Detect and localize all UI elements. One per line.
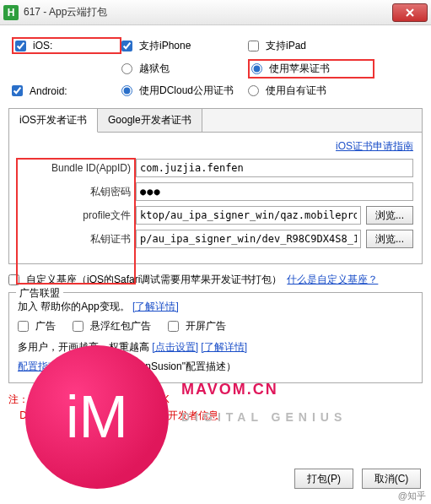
cert-browse-button[interactable]: 浏览... xyxy=(366,230,413,248)
ad-line3b: （在指南中找到 conSusion"配置描述） xyxy=(61,360,236,372)
ios-checkbox[interactable]: iOS: xyxy=(15,40,52,51)
ipad-checkbox[interactable]: 支持iPad xyxy=(248,37,374,54)
pack-button[interactable]: 打包(P) xyxy=(294,469,353,489)
cert-guide-link[interactable]: iOS证书申请指南 xyxy=(336,140,413,152)
ad-title: 广告联盟 xyxy=(16,286,63,301)
ad-config-guide-link[interactable]: 配置指南 xyxy=(18,360,58,372)
app-icon: H xyxy=(3,5,19,20)
ad-chk-2[interactable]: 悬浮红包广告 xyxy=(73,319,151,333)
zhihu-watermark: @知乎 xyxy=(398,490,426,502)
profile-browse-button[interactable]: 浏览... xyxy=(366,206,413,225)
note-line1: 需要配置Xcode和Android SDK xyxy=(31,393,169,405)
tab-ios-cert[interactable]: iOS开发者证书 xyxy=(9,109,98,133)
tab-google-cert[interactable]: Google开发者证书 xyxy=(98,109,202,132)
ad-line1-prefix: 加入 xyxy=(18,301,38,312)
cancel-button[interactable]: 取消(C) xyxy=(362,469,421,489)
pwd-input[interactable] xyxy=(136,182,413,201)
ad-line1-suffix: 帮助你的App变现。 xyxy=(40,301,129,312)
ad-line2: 多用户，开画越高，权重越高 xyxy=(18,341,149,353)
android-checkbox[interactable]: Android: xyxy=(12,84,121,98)
ad-chk-1[interactable]: 广告 xyxy=(18,319,56,333)
note-line2a: DCloud xyxy=(19,409,53,421)
bundle-input[interactable] xyxy=(136,159,413,177)
cert-input[interactable] xyxy=(136,230,361,248)
ad-learn-link[interactable]: [了解详情] xyxy=(132,301,179,312)
profile-label: profile文件 xyxy=(18,209,136,223)
own-cert-radio[interactable]: 使用自有证书 xyxy=(248,84,374,98)
custom-base-link[interactable]: 什么是自定义基座？ xyxy=(287,273,378,287)
close-button[interactable] xyxy=(392,3,428,22)
ad-chk-3[interactable]: 开屏广告 xyxy=(168,319,226,333)
profile-input[interactable] xyxy=(136,206,361,225)
note-line2b: 中保留任何开发者证书及开发者信息 xyxy=(57,409,218,421)
custom-base-checkbox[interactable]: 自定义基座（iOS的Safari调试需要用苹果开发证书打包） xyxy=(8,273,282,287)
note-prefix: 注： xyxy=(8,393,29,405)
apple-cert-radio[interactable]: 使用苹果证书 xyxy=(251,62,330,76)
dcloud-cert-radio[interactable]: 使用DCloud公用证书 xyxy=(121,84,248,98)
ad-setting-link[interactable]: [点击设置] xyxy=(152,341,198,353)
window-title: 617 - App云端打包 xyxy=(24,5,392,19)
iphone-checkbox[interactable]: 支持iPhone xyxy=(121,37,248,54)
cert-label: 私钥证书 xyxy=(18,232,136,247)
jailbreak-radio[interactable]: 越狱包 xyxy=(121,59,248,79)
bundle-label: Bundle ID(AppID) xyxy=(18,162,136,174)
pwd-label: 私钥密码 xyxy=(18,185,136,199)
ad-learn-link2[interactable]: [了解详情] xyxy=(201,341,247,353)
